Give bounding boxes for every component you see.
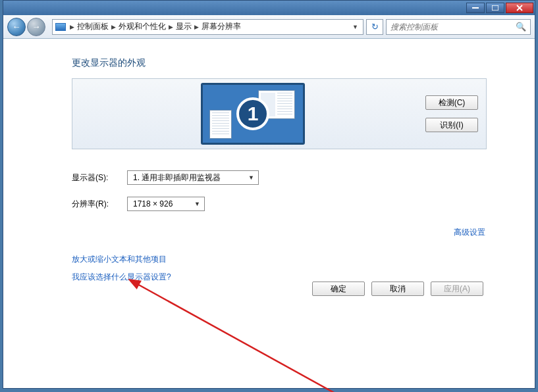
monitor-number-badge: 1	[236, 97, 269, 130]
svg-line-4	[136, 283, 372, 392]
monitor-area: 1	[80, 83, 425, 145]
search-icon: 🔍	[516, 22, 526, 32]
apply-button: 应用(A)	[431, 282, 483, 296]
monitor-value: 1. 通用非即插即用监视器	[133, 172, 221, 184]
resolution-row: 分辨率(R): 1718 × 926 ▼	[72, 197, 487, 211]
panel-icon	[55, 23, 66, 31]
refresh-button[interactable]: ↻	[366, 19, 383, 35]
svg-rect-1	[492, 5, 498, 11]
page-title: 更改显示器的外观	[72, 57, 487, 69]
back-arrow-icon: ←	[13, 22, 21, 32]
monitor-label: 显示器(S):	[72, 172, 127, 184]
breadcrumb-item[interactable]: 控制面板	[77, 21, 109, 32]
svg-rect-0	[472, 7, 479, 9]
settings-rows: 显示器(S): 1. 通用非即插即用监视器 ▼ 分辨率(R): 1718 × 9…	[72, 170, 487, 211]
mini-document-icon	[209, 110, 232, 139]
toolbar: ← → ▶ 控制面板 ▶ 外观和个性化 ▶ 显示 ▶ 屏幕分辨率 ▼ ↻ 🔍	[3, 15, 535, 39]
breadcrumb-item[interactable]: 外观和个性化	[119, 21, 166, 32]
maximize-button[interactable]	[486, 3, 504, 13]
search-input[interactable]	[390, 22, 516, 32]
advanced-row: 高级设置	[72, 226, 485, 238]
detect-button[interactable]: 检测(C)	[425, 95, 478, 110]
address-bar[interactable]: ▶ 控制面板 ▶ 外观和个性化 ▶ 显示 ▶ 屏幕分辨率 ▼	[52, 19, 363, 35]
minimize-button[interactable]	[466, 3, 485, 13]
identify-button[interactable]: 识别(I)	[425, 118, 478, 132]
help-links: 放大或缩小文本和其他项目 我应该选择什么显示器设置?	[72, 254, 487, 283]
chevron-right-icon: ▶	[111, 24, 116, 30]
monitor-row: 显示器(S): 1. 通用非即插即用监视器 ▼	[72, 170, 487, 185]
advanced-settings-link[interactable]: 高级设置	[454, 228, 485, 237]
forward-button[interactable]: →	[27, 18, 45, 36]
chevron-down-icon: ▼	[194, 201, 200, 207]
client-area: 更改显示器的外观 1 检测(C) 识别(I) 显示器(S):	[3, 39, 535, 388]
resolution-value: 1718 × 926	[133, 199, 173, 208]
chevron-right-icon: ▶	[70, 24, 74, 30]
window: ← → ▶ 控制面板 ▶ 外观和个性化 ▶ 显示 ▶ 屏幕分辨率 ▼ ↻ 🔍	[3, 0, 535, 389]
ok-button[interactable]: 确定	[312, 282, 365, 296]
close-button[interactable]	[506, 3, 533, 13]
minimize-icon	[472, 7, 479, 9]
forward-arrow-icon: →	[32, 22, 41, 32]
chevron-down-icon: ▼	[248, 174, 254, 181]
resolution-select[interactable]: 1718 × 926 ▼	[127, 197, 205, 211]
text-size-link[interactable]: 放大或缩小文本和其他项目	[72, 254, 487, 265]
resolution-label: 分辨率(R):	[72, 199, 127, 210]
content: 更改显示器的外观 1 检测(C) 识别(I) 显示器(S):	[72, 57, 487, 283]
monitor-thumbnail[interactable]: 1	[201, 83, 305, 145]
back-button[interactable]: ←	[7, 18, 26, 36]
chevron-down-icon[interactable]: ▼	[350, 24, 360, 30]
chevron-right-icon: ▶	[194, 24, 199, 30]
nav-buttons: ← →	[7, 18, 45, 36]
display-preview: 1 检测(C) 识别(I)	[72, 78, 487, 149]
breadcrumb-item[interactable]: 屏幕分辨率	[202, 21, 241, 32]
preview-buttons: 检测(C) 识别(I)	[425, 95, 478, 132]
maximize-icon	[492, 5, 498, 11]
search-box[interactable]: 🔍	[386, 19, 531, 35]
cancel-button[interactable]: 取消	[371, 282, 424, 296]
monitor-select[interactable]: 1. 通用非即插即用监视器 ▼	[127, 170, 259, 185]
close-icon	[516, 5, 523, 11]
refresh-icon: ↻	[371, 22, 379, 32]
title-bar	[3, 1, 535, 15]
footer-buttons: 确定 取消 应用(A)	[312, 282, 483, 296]
breadcrumb-item[interactable]: 显示	[176, 21, 192, 32]
chevron-right-icon: ▶	[169, 24, 173, 30]
